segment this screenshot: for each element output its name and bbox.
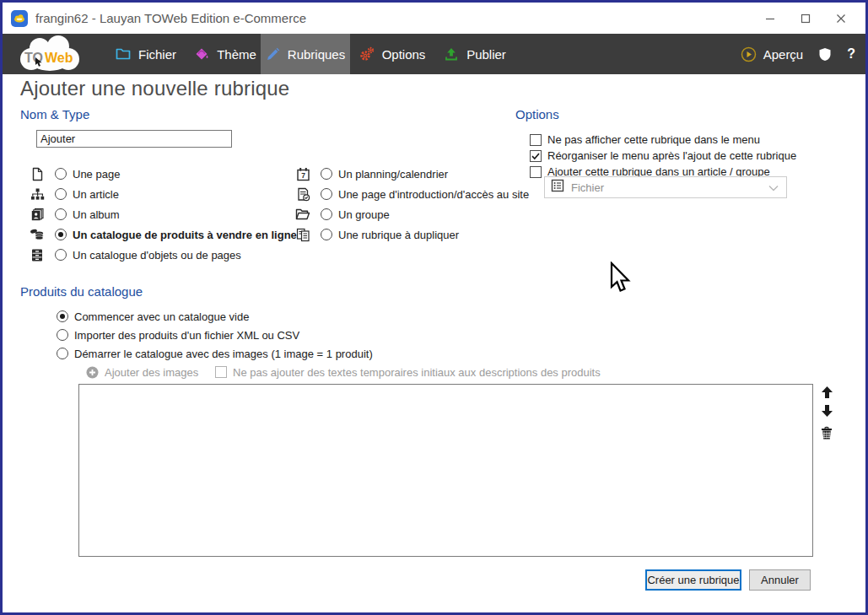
paint-icon (194, 47, 209, 62)
option-label: Un album (73, 208, 120, 221)
toweb-logo[interactable]: TO Web (11, 35, 89, 73)
option-reorganize-menu[interactable]: Réorganiser le menu après l'ajout de cet… (530, 148, 796, 164)
type-option-catalogue-objets[interactable]: Un catalogue d'objets ou de pages (30, 245, 297, 265)
radio-groupe[interactable] (321, 208, 332, 220)
create-rubrique-button[interactable]: Créer une rubrique (645, 569, 741, 591)
type-option-planning[interactable]: 7 Un planning/calendrier (295, 164, 529, 184)
type-options-left: Une page Un article Un album Un catalogu… (30, 164, 297, 265)
plus-circle-icon (86, 366, 99, 379)
tab-label: Publier (466, 47, 506, 62)
option-label: Importer des produits d'un fichier XML o… (74, 329, 299, 342)
maximize-icon (801, 13, 811, 24)
tab-label: Fichier (138, 47, 176, 62)
type-options-right: 7 Un planning/calendrier Une page d'intr… (295, 164, 529, 245)
checkbox-no-temp-text[interactable] (215, 366, 227, 378)
upload-icon (444, 47, 459, 62)
radio-intro[interactable] (321, 188, 332, 200)
catalog-option-empty[interactable]: Commencer avec un catalogue vide (57, 307, 373, 326)
type-option-une-page[interactable]: Une page (30, 164, 297, 184)
type-option-catalogue-produits[interactable]: Un catalogue de produits à vendre en lig… (30, 224, 297, 245)
options-heading: Options (515, 107, 559, 121)
rubrique-name-input[interactable] (36, 130, 232, 148)
chevron-down-icon (768, 180, 779, 195)
maximize-button[interactable] (788, 3, 823, 34)
checkbox-hide-in-menu[interactable] (530, 134, 542, 146)
play-circle-icon (741, 46, 757, 62)
page-icon (30, 166, 45, 181)
delete-button[interactable] (818, 424, 835, 441)
radio-catalogue-produits[interactable] (55, 229, 67, 240)
option-label: Une page (73, 168, 120, 181)
sitemap-icon (30, 186, 45, 202)
list-icon (551, 179, 564, 196)
cancel-button[interactable]: Annuler (749, 569, 811, 591)
radio-import-xml-csv[interactable] (57, 329, 68, 341)
minimize-button[interactable] (752, 3, 788, 34)
parent-rubrique-dropdown[interactable]: Fichier (544, 176, 787, 198)
open-folder-icon (295, 207, 310, 222)
type-option-groupe[interactable]: Un groupe (295, 204, 529, 224)
arrow-down-icon (820, 404, 834, 418)
checkbox-reorganize-menu[interactable] (530, 150, 542, 162)
dialog-content: Ajouter une nouvelle rubrique Nom & Type… (3, 74, 865, 612)
radio-planning[interactable] (321, 168, 332, 180)
tab-fichier[interactable]: Fichier (107, 34, 185, 74)
tab-publier[interactable]: Publier (436, 34, 514, 74)
window-title: frangin62 - Lauyan TOWeb Edition e-Comme… (35, 11, 306, 25)
tab-rubriques[interactable]: Rubriques (261, 34, 350, 74)
catalog-option-import[interactable]: Importer des produits d'un fichier XML o… (57, 326, 373, 344)
tab-theme[interactable]: Thème (190, 34, 261, 74)
close-icon (836, 13, 846, 24)
radio-catalogue-objets[interactable] (55, 249, 67, 261)
option-label: Un catalogue d'objets ou de pages (73, 249, 241, 262)
radio-dupliquer[interactable] (321, 229, 332, 240)
mouse-cursor (609, 262, 633, 297)
album-icon (30, 207, 45, 222)
apercu-button[interactable]: Aperçu (741, 46, 804, 62)
app-window: frangin62 - Lauyan TOWeb Edition e-Comme… (0, 0, 868, 615)
radio-catalogue-vide[interactable] (57, 310, 68, 322)
svg-text:7: 7 (301, 171, 305, 180)
checkbox-label: Ne pas afficher cette rubrique dans le m… (547, 133, 760, 146)
catalog-radios: Commencer avec un catalogue vide Importe… (57, 307, 373, 363)
main-nav: TO Web Fichier Thème Rubriques (3, 34, 865, 74)
pencil-icon (266, 47, 280, 62)
coins-icon (30, 227, 45, 242)
catalog-option-images[interactable]: Démarrer le catalogue avec des images (1… (57, 344, 373, 363)
option-label: Démarrer le catalogue avec des images (1… (74, 348, 373, 360)
option-label: Un article (73, 188, 119, 201)
radio-un-article[interactable] (55, 188, 67, 200)
duplicate-icon (295, 227, 310, 242)
radio-un-album[interactable] (55, 208, 67, 220)
close-button[interactable] (823, 3, 859, 34)
check-icon (531, 151, 541, 161)
tab-options[interactable]: Options (352, 34, 433, 74)
option-hide-in-menu[interactable]: Ne pas afficher cette rubrique dans le m… (530, 132, 796, 148)
folder-icon (116, 47, 131, 61)
shield-icon[interactable] (818, 47, 832, 62)
cabinet-icon (30, 247, 45, 262)
tab-label: Options (382, 47, 426, 62)
radio-une-page[interactable] (55, 168, 67, 180)
type-option-un-album[interactable]: Un album (30, 204, 297, 224)
checkbox-add-in-article[interactable] (530, 166, 542, 178)
help-button[interactable]: ? (847, 46, 855, 62)
images-listbox[interactable] (78, 384, 813, 557)
radio-demarrer-images[interactable] (57, 348, 68, 359)
type-option-intro[interactable]: Une page d'introduction/d'accès au site (295, 184, 529, 204)
option-label: Un catalogue de produits à vendre en lig… (73, 229, 297, 241)
option-label: Commencer avec un catalogue vide (74, 310, 249, 323)
gears-icon (359, 46, 375, 62)
move-up-button[interactable] (818, 384, 835, 401)
option-label: Un planning/calendrier (338, 168, 448, 181)
type-option-dupliquer[interactable]: Une rubrique à dupliquer (295, 224, 529, 245)
checkbox-label: Réorganiser le menu après l'ajout de cet… (547, 149, 796, 162)
option-label: Une rubrique à dupliquer (338, 229, 459, 241)
trash-icon (820, 426, 833, 440)
move-down-button[interactable] (818, 402, 835, 419)
add-images-button[interactable]: Ajouter des images (86, 364, 198, 380)
catalog-heading: Produits du catalogue (20, 284, 143, 299)
type-option-un-article[interactable]: Un article (30, 184, 297, 204)
no-temp-text-option[interactable]: Ne pas ajouter des textes temporaires in… (215, 364, 601, 380)
calendar-icon: 7 (295, 166, 310, 181)
